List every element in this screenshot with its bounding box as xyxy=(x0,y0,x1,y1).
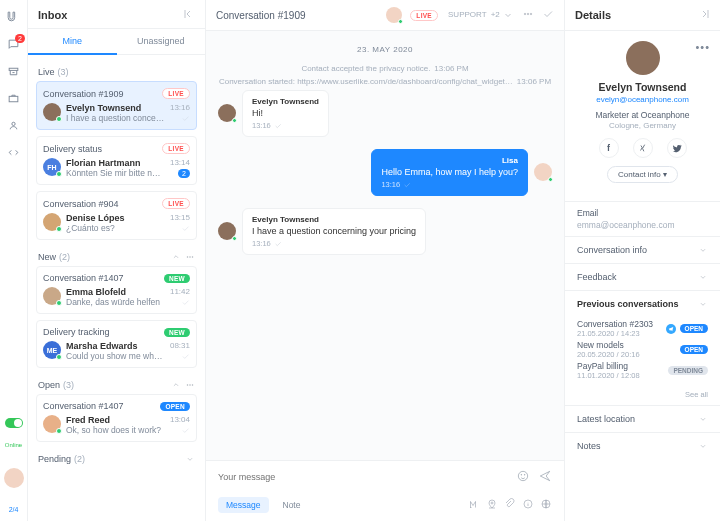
svg-point-5 xyxy=(192,257,193,258)
message-avatar xyxy=(534,163,552,181)
nav-rail: 2 Online 2/4 xyxy=(0,0,28,521)
email-label: Email xyxy=(577,208,708,218)
operator-count: 2/4 xyxy=(9,506,19,513)
section-conversation-info[interactable]: Conversation info xyxy=(565,236,720,263)
previous-conversation[interactable]: New models20.05.2020 / 20:16 OPEN xyxy=(577,340,708,359)
code-icon[interactable] xyxy=(7,146,20,161)
svg-point-15 xyxy=(491,502,493,504)
details-title: Details xyxy=(575,9,698,21)
resolve-icon[interactable] xyxy=(542,8,554,22)
tab-mine[interactable]: Mine xyxy=(28,29,117,55)
conversation-card[interactable]: Conversation #1407NEW Emma BlofeldDanke,… xyxy=(36,266,197,314)
inbox-tabs: Mine Unassigned xyxy=(28,29,205,55)
facebook-icon[interactable]: f xyxy=(599,138,619,158)
previous-conversation[interactable]: PayPal billing11.01.2020 / 12:08 PENDING xyxy=(577,361,708,380)
send-icon[interactable] xyxy=(538,469,552,485)
logo-icon[interactable] xyxy=(6,10,22,26)
svg-rect-1 xyxy=(9,96,18,101)
user-avatar[interactable] xyxy=(4,468,24,488)
inbox-panel: Inbox Mine Unassigned Live(3) Conversati… xyxy=(28,0,206,521)
archive-icon[interactable] xyxy=(7,65,20,80)
more-icon[interactable] xyxy=(522,8,534,22)
messages-badge: 2 xyxy=(15,34,25,43)
support-label[interactable]: SUPPORT +2 xyxy=(446,9,514,21)
contact-name: Evelyn Townsend xyxy=(575,81,710,93)
tab-note[interactable]: Note xyxy=(275,497,309,513)
svg-point-7 xyxy=(190,385,191,386)
svg-point-4 xyxy=(190,257,191,258)
briefcase-icon[interactable] xyxy=(7,92,20,107)
collapse-icon[interactable] xyxy=(183,8,195,22)
contacts-icon[interactable] xyxy=(7,119,20,134)
system-message: Conversation started: https://www.userli… xyxy=(218,77,552,86)
xing-icon[interactable] xyxy=(633,138,653,158)
svg-point-10 xyxy=(527,13,529,15)
globe-icon[interactable] xyxy=(540,498,552,512)
tab-message[interactable]: Message xyxy=(218,497,269,513)
emoji-icon[interactable] xyxy=(516,469,530,485)
macro-icon[interactable] xyxy=(468,498,480,512)
svg-point-14 xyxy=(524,475,525,476)
section-header[interactable]: Open(3) xyxy=(36,374,197,394)
conversation-card[interactable]: Conversation #1909LIVE Evelyn TownsendI … xyxy=(36,81,197,130)
message-row: Evelyn TownsendHi!13:16 xyxy=(218,90,552,137)
svg-point-11 xyxy=(530,13,532,15)
conversation-card[interactable]: Conversation #904LIVE Denise Lópes¿Cuánt… xyxy=(36,191,197,240)
section-header[interactable]: Pending(2) xyxy=(36,448,197,468)
contact-location: Cologne, Germany xyxy=(575,121,710,130)
composer: Message Note xyxy=(206,460,564,521)
message-row: Evelyn TownsendI have a question concern… xyxy=(218,208,552,255)
system-message: Contact accepted the privacy notice.13:0… xyxy=(218,64,552,73)
details-panel: Details ••• Evelyn Townsend evelyn@ocean… xyxy=(565,0,720,521)
svg-point-12 xyxy=(518,471,527,480)
tab-unassigned[interactable]: Unassigned xyxy=(117,29,206,54)
profile-more-icon[interactable]: ••• xyxy=(695,41,710,53)
section-header[interactable]: New(2) xyxy=(36,246,197,266)
attachment-icon[interactable] xyxy=(504,498,516,512)
live-badge: LIVE xyxy=(410,10,438,21)
operator-avatar[interactable] xyxy=(386,7,402,23)
section-header[interactable]: Live(3) xyxy=(36,61,197,81)
message-avatar xyxy=(218,104,236,122)
svg-point-8 xyxy=(192,385,193,386)
contact-role: Marketer at Oceanphone xyxy=(575,110,710,120)
previous-conversation[interactable]: Conversation #230321.05.2020 / 14:23 OPE… xyxy=(577,319,708,338)
messages-icon[interactable]: 2 xyxy=(7,38,20,53)
message-input[interactable] xyxy=(218,472,508,482)
email-value: emma@oceanphone.com xyxy=(577,220,708,230)
telegram-icon xyxy=(666,324,676,334)
section-previous[interactable]: Previous conversations xyxy=(565,290,720,317)
conversation-panel: Conversation #1909 LIVE SUPPORT +2 23. M… xyxy=(206,0,565,521)
message-row: LisaHello Emma, how may I help you?13:16 xyxy=(218,149,552,196)
contact-email[interactable]: evelyn@oceanphone.com xyxy=(575,95,710,104)
svg-point-2 xyxy=(12,122,15,125)
online-toggle[interactable] xyxy=(5,418,23,428)
date-divider: 23. MAY 2020 xyxy=(218,45,552,54)
twitter-icon[interactable] xyxy=(667,138,687,158)
conversation-title: Conversation #1909 xyxy=(216,10,378,21)
inbox-title: Inbox xyxy=(38,9,183,21)
section-location[interactable]: Latest location xyxy=(565,405,720,432)
conversation-card[interactable]: Conversation #1407OPEN Fred ReedOk, so h… xyxy=(36,394,197,442)
svg-point-3 xyxy=(187,257,188,258)
svg-point-9 xyxy=(524,13,526,15)
contact-avatar xyxy=(626,41,660,75)
svg-rect-0 xyxy=(9,68,18,70)
section-feedback[interactable]: Feedback xyxy=(565,263,720,290)
conversation-card[interactable]: Delivery statusLIVE FH Florian HartmannK… xyxy=(36,136,197,185)
info-icon[interactable] xyxy=(522,498,534,512)
svg-point-13 xyxy=(521,475,522,476)
section-notes[interactable]: Notes xyxy=(565,432,720,459)
online-label: Online xyxy=(5,442,22,448)
contact-info-button[interactable]: Contact info ▾ xyxy=(607,166,678,183)
location-icon[interactable] xyxy=(486,498,498,512)
see-all-link[interactable]: See all xyxy=(565,388,720,405)
svg-point-6 xyxy=(187,385,188,386)
message-avatar xyxy=(218,222,236,240)
conversation-card[interactable]: Delivery trackingNEW ME Marsha EdwardsCo… xyxy=(36,320,197,368)
expand-icon[interactable] xyxy=(698,8,710,22)
